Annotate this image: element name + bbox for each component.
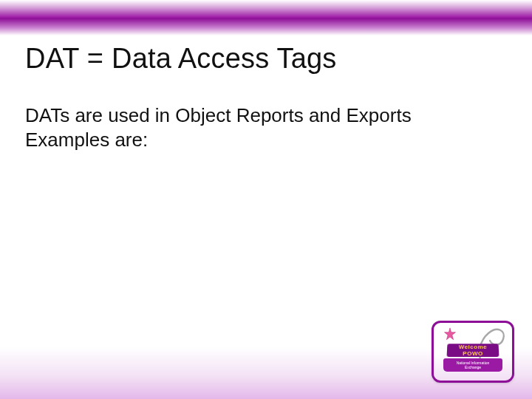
slide-title: DAT = Data Access Tags bbox=[25, 43, 510, 75]
logo-sign-line1: Welcome bbox=[447, 344, 499, 350]
logo-sign-line2: POWO bbox=[447, 350, 499, 357]
body-line-2: Examples are: bbox=[25, 128, 488, 152]
slide-body: DATs are used in Object Reports and Expo… bbox=[25, 103, 488, 151]
slide: DAT = Data Access Tags DATs are used in … bbox=[0, 0, 532, 399]
logo-banner: National Information Exchange bbox=[443, 358, 502, 372]
body-line-1: DATs are used in Object Reports and Expo… bbox=[25, 103, 488, 128]
logo-badge: Welcome POWO National Information Exchan… bbox=[432, 321, 514, 383]
top-gradient-band bbox=[0, 0, 532, 35]
logo-inner: Welcome POWO National Information Exchan… bbox=[434, 323, 512, 381]
star-icon bbox=[443, 327, 457, 342]
logo-sign: Welcome POWO bbox=[447, 344, 499, 357]
logo-banner-line2: Exchange bbox=[443, 365, 502, 369]
